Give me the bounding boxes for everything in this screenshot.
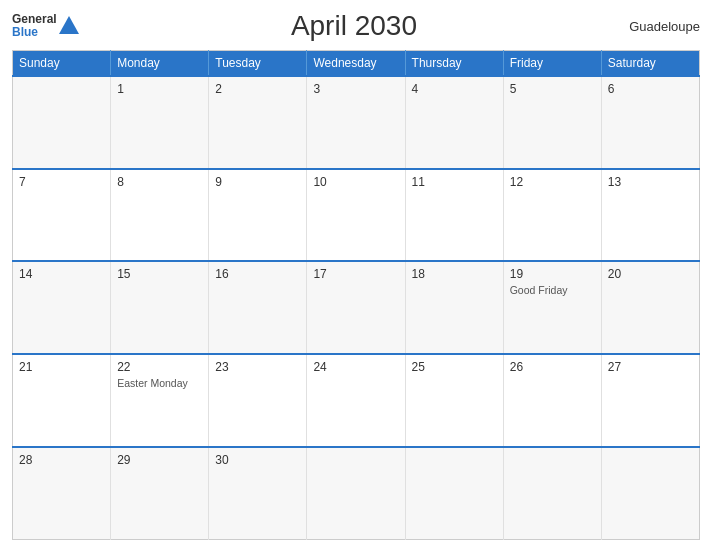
page-title: April 2030 (291, 10, 417, 42)
day-number: 11 (412, 175, 497, 189)
calendar-week-row: 141516171819Good Friday20 (13, 261, 700, 354)
day-number: 9 (215, 175, 300, 189)
calendar-cell: 8 (111, 169, 209, 262)
calendar-week-row: 282930 (13, 447, 700, 540)
day-number: 28 (19, 453, 104, 467)
calendar-cell (405, 447, 503, 540)
day-number: 1 (117, 82, 202, 96)
day-number: 5 (510, 82, 595, 96)
calendar-cell: 9 (209, 169, 307, 262)
calendar-cell (503, 447, 601, 540)
calendar-cell: 3 (307, 76, 405, 169)
calendar-cell: 23 (209, 354, 307, 447)
calendar-cell: 5 (503, 76, 601, 169)
calendar-cell: 27 (601, 354, 699, 447)
calendar-cell (13, 76, 111, 169)
calendar-cell: 7 (13, 169, 111, 262)
calendar-cell: 12 (503, 169, 601, 262)
calendar-cell: 18 (405, 261, 503, 354)
day-number: 17 (313, 267, 398, 281)
day-number: 25 (412, 360, 497, 374)
day-number: 13 (608, 175, 693, 189)
calendar-cell: 4 (405, 76, 503, 169)
col-monday: Monday (111, 51, 209, 77)
day-number: 20 (608, 267, 693, 281)
calendar-cell: 6 (601, 76, 699, 169)
calendar-cell (307, 447, 405, 540)
day-number: 24 (313, 360, 398, 374)
day-number: 18 (412, 267, 497, 281)
calendar-cell: 11 (405, 169, 503, 262)
calendar-table: Sunday Monday Tuesday Wednesday Thursday… (12, 50, 700, 540)
day-number: 19 (510, 267, 595, 281)
calendar-cell: 1 (111, 76, 209, 169)
logo-text: General Blue (12, 13, 57, 39)
col-wednesday: Wednesday (307, 51, 405, 77)
calendar-week-row: 123456 (13, 76, 700, 169)
day-number: 12 (510, 175, 595, 189)
day-number: 8 (117, 175, 202, 189)
day-number: 15 (117, 267, 202, 281)
day-number: 2 (215, 82, 300, 96)
day-number: 29 (117, 453, 202, 467)
calendar-cell: 22Easter Monday (111, 354, 209, 447)
calendar-cell: 29 (111, 447, 209, 540)
day-number: 14 (19, 267, 104, 281)
col-sunday: Sunday (13, 51, 111, 77)
calendar-cell: 20 (601, 261, 699, 354)
calendar-cell: 2 (209, 76, 307, 169)
logo: General Blue (12, 13, 79, 39)
calendar-cell: 28 (13, 447, 111, 540)
calendar-cell: 30 (209, 447, 307, 540)
day-number: 3 (313, 82, 398, 96)
col-saturday: Saturday (601, 51, 699, 77)
calendar-header-row: Sunday Monday Tuesday Wednesday Thursday… (13, 51, 700, 77)
calendar-week-row: 2122Easter Monday2324252627 (13, 354, 700, 447)
day-number: 16 (215, 267, 300, 281)
day-number: 26 (510, 360, 595, 374)
calendar-cell: 21 (13, 354, 111, 447)
day-number: 10 (313, 175, 398, 189)
calendar-cell: 25 (405, 354, 503, 447)
calendar-cell: 13 (601, 169, 699, 262)
day-number: 30 (215, 453, 300, 467)
calendar-cell: 14 (13, 261, 111, 354)
holiday-label: Easter Monday (117, 377, 202, 389)
calendar-cell: 17 (307, 261, 405, 354)
holiday-label: Good Friday (510, 284, 595, 296)
col-friday: Friday (503, 51, 601, 77)
day-number: 27 (608, 360, 693, 374)
calendar-week-row: 78910111213 (13, 169, 700, 262)
col-thursday: Thursday (405, 51, 503, 77)
col-tuesday: Tuesday (209, 51, 307, 77)
day-number: 6 (608, 82, 693, 96)
calendar-cell: 15 (111, 261, 209, 354)
calendar-cell (601, 447, 699, 540)
calendar-cell: 16 (209, 261, 307, 354)
calendar-body: 12345678910111213141516171819Good Friday… (13, 76, 700, 540)
logo-blue-label: Blue (12, 26, 57, 39)
day-number: 21 (19, 360, 104, 374)
day-number: 4 (412, 82, 497, 96)
calendar-cell: 26 (503, 354, 601, 447)
day-number: 22 (117, 360, 202, 374)
calendar-cell: 10 (307, 169, 405, 262)
region-label: Guadeloupe (629, 19, 700, 34)
calendar-cell: 24 (307, 354, 405, 447)
calendar-page: General Blue April 2030 Guadeloupe Sunda… (0, 0, 712, 550)
calendar-header: General Blue April 2030 Guadeloupe (12, 10, 700, 42)
logo-triangle-icon (59, 16, 79, 34)
calendar-cell: 19Good Friday (503, 261, 601, 354)
day-number: 23 (215, 360, 300, 374)
day-number: 7 (19, 175, 104, 189)
